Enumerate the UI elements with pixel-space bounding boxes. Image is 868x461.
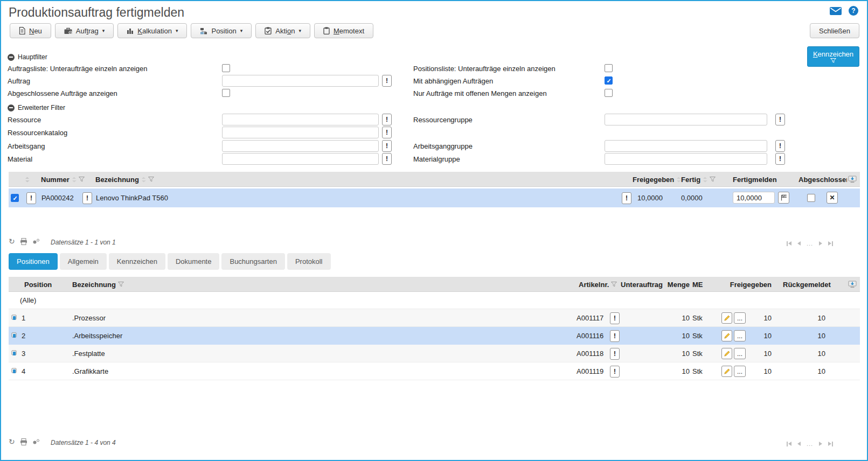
column-header-freigegeben[interactable]: Freigegeben xyxy=(728,277,772,292)
order-select-checkbox[interactable] xyxy=(11,194,19,202)
tab-kennzeichen[interactable]: Kennzeichen xyxy=(109,253,165,270)
column-header-freigegeben[interactable]: Freigegeben xyxy=(633,172,681,187)
erweiterter-filter-section-header[interactable]: Erweiterter Filter xyxy=(8,104,65,111)
pager-next-button[interactable] xyxy=(819,442,822,446)
order-nummer-lookup-button[interactable]: ! xyxy=(26,192,36,204)
filter-icon[interactable] xyxy=(148,177,154,182)
filter-icon[interactable] xyxy=(710,177,716,182)
edit-button[interactable] xyxy=(721,348,732,359)
position-row[interactable]: 2 .Arbeitsspeicher A001116 ! 10 Stk ... … xyxy=(9,327,860,345)
auftragsliste-checkbox[interactable] xyxy=(222,64,230,72)
abhaengige-auftraege-checkbox[interactable] xyxy=(605,76,613,85)
position-row[interactable]: 4 .Grafikkarte A001119 ! 10 Stk ... 10 1… xyxy=(9,362,860,380)
filter-icon[interactable] xyxy=(611,282,617,287)
export-grid-icon[interactable] xyxy=(848,281,857,288)
material-lookup-button[interactable]: ! xyxy=(382,153,392,165)
arbeitsganggruppe-input[interactable] xyxy=(605,140,767,152)
select-column-sort-icon[interactable] xyxy=(25,172,30,187)
kalkulation-menu-button[interactable]: Kalkulation ▾ xyxy=(117,23,187,38)
column-header-abgeschlossen[interactable]: Abgeschlossen xyxy=(798,172,847,187)
pager-pages-button[interactable]: ... xyxy=(807,240,813,247)
settings-dots-icon[interactable] xyxy=(32,439,40,445)
more-button[interactable]: ... xyxy=(734,330,746,341)
unterauftrag-lookup-button[interactable]: ! xyxy=(610,330,620,342)
refresh-icon[interactable]: ↻ xyxy=(9,437,15,446)
column-header-fertigmelden[interactable]: Fertigmelden xyxy=(733,172,777,187)
material-input[interactable] xyxy=(222,153,379,165)
column-header-me[interactable]: ME xyxy=(692,277,703,292)
column-header-nummer[interactable]: Nummer xyxy=(41,172,85,187)
order-freigegeben-lookup-button[interactable]: ! xyxy=(622,192,631,204)
column-header-bezeichnung[interactable]: Bezeichnung xyxy=(95,172,154,187)
materialgruppe-input[interactable] xyxy=(605,153,767,165)
more-button[interactable]: ... xyxy=(734,312,746,324)
edit-button[interactable] xyxy=(721,366,732,377)
order-bezeichnung-lookup-button[interactable]: ! xyxy=(82,192,92,204)
help-icon[interactable]: ? xyxy=(849,6,858,16)
abgeschlossene-checkbox[interactable] xyxy=(222,89,230,97)
pager-next-button[interactable] xyxy=(819,241,822,246)
ressource-input[interactable] xyxy=(222,114,379,125)
positions-filter-row[interactable]: (Alle) xyxy=(9,292,860,309)
ressourcenkatalog-input[interactable] xyxy=(222,127,379,138)
ressource-lookup-button[interactable]: ! xyxy=(382,114,392,125)
column-header-bezeichnung[interactable]: Bezeichnung xyxy=(72,277,124,292)
position-menu-button[interactable]: Position ▾ xyxy=(191,23,252,38)
print-icon[interactable] xyxy=(20,438,27,445)
edit-button[interactable] xyxy=(721,330,732,341)
settings-dots-icon[interactable] xyxy=(32,239,40,245)
order-abgeschlossen-checkbox[interactable] xyxy=(807,194,815,202)
hauptfilter-section-header[interactable]: Hauptfilter xyxy=(8,53,47,61)
pager-prev-button[interactable] xyxy=(797,241,801,246)
materialgruppe-lookup-button[interactable]: ! xyxy=(775,153,785,165)
more-button[interactable]: ... xyxy=(734,366,746,377)
fertigmelden-input[interactable] xyxy=(733,192,775,204)
unterauftrag-lookup-button[interactable]: ! xyxy=(610,312,620,324)
pager-last-button[interactable] xyxy=(828,241,833,246)
offene-mengen-checkbox[interactable] xyxy=(605,89,613,97)
arbeitsgang-lookup-button[interactable]: ! xyxy=(382,140,392,152)
ressourcengruppe-lookup-button[interactable]: ! xyxy=(775,114,785,125)
pager-first-button[interactable] xyxy=(787,241,791,246)
tab-buchungsarten[interactable]: Buchungsarten xyxy=(221,253,284,270)
auftrag-lookup-button[interactable]: ! xyxy=(382,75,392,87)
unterauftrag-lookup-button[interactable]: ! xyxy=(610,348,620,360)
arbeitsgang-input[interactable] xyxy=(222,140,379,152)
print-icon[interactable] xyxy=(20,238,27,245)
tab-protokoll[interactable]: Protokoll xyxy=(287,253,331,270)
position-row[interactable]: 3 .Festplatte A001118 ! 10 Stk ... 10 10 xyxy=(9,345,860,362)
kennzeichen-button[interactable]: Kennzeichen xyxy=(807,46,859,67)
auftrag-input[interactable] xyxy=(222,75,379,87)
unterauftrag-lookup-button[interactable]: ! xyxy=(610,366,620,378)
memotext-button[interactable]: Memotext xyxy=(314,23,373,38)
column-header-fertig[interactable]: Fertig xyxy=(681,172,716,187)
tab-allgemein[interactable]: Allgemein xyxy=(60,253,107,270)
column-header-menge[interactable]: Menge xyxy=(653,277,690,292)
refresh-icon[interactable]: ↻ xyxy=(9,237,15,246)
ressourcengruppe-input[interactable] xyxy=(605,114,767,125)
filter-icon[interactable] xyxy=(118,282,124,287)
tab-positionen[interactable]: Positionen xyxy=(9,253,58,270)
mail-icon[interactable] xyxy=(830,7,842,15)
tab-dokumente[interactable]: Dokumente xyxy=(168,253,219,270)
aktion-menu-button[interactable]: Aktion ▾ xyxy=(255,23,310,38)
arbeitsganggruppe-lookup-button[interactable]: ! xyxy=(775,140,785,152)
schliessen-button[interactable]: Schließen xyxy=(810,23,859,38)
fertigmelden-flag-button[interactable] xyxy=(778,192,789,204)
more-button[interactable]: ... xyxy=(734,348,746,359)
positionsliste-checkbox[interactable] xyxy=(605,64,613,72)
column-header-position[interactable]: Position xyxy=(24,277,52,292)
neu-button[interactable]: Neu xyxy=(10,23,51,38)
filter-icon[interactable] xyxy=(79,177,85,182)
pager-prev-button[interactable] xyxy=(797,442,801,446)
column-header-artikelnr[interactable]: Artikelnr. xyxy=(579,277,617,292)
order-remove-button[interactable]: ✕ xyxy=(827,192,838,204)
auftrag-menu-button[interactable]: Auftrag ▾ xyxy=(55,23,114,38)
order-row[interactable]: ! PA000242 ! Lenovo ThinkPad T560 ! 10,0… xyxy=(9,188,860,207)
ressourcenkatalog-lookup-button[interactable]: ! xyxy=(382,127,392,138)
export-grid-icon[interactable] xyxy=(848,176,857,183)
pager-last-button[interactable] xyxy=(828,442,833,446)
column-header-rueckgemeldet[interactable]: Rückgemeldet xyxy=(783,277,837,292)
edit-button[interactable] xyxy=(721,312,732,324)
position-row[interactable]: 1 .Prozessor A001117 ! 10 Stk ... 10 10 xyxy=(9,309,860,327)
